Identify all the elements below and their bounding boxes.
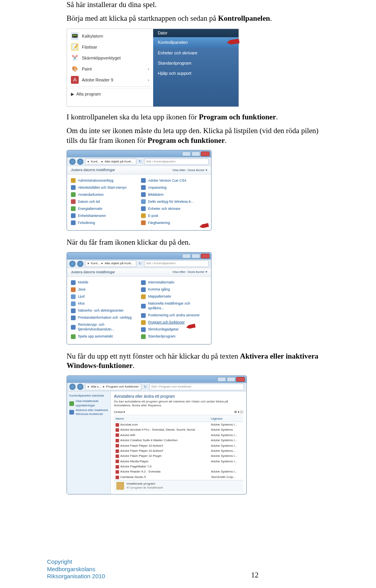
- table-row[interactable]: Adobe Flash Player 10 PluginAdobe System…: [114, 454, 243, 459]
- table-row[interactable]: Adobe Flash Player 10 ActiveXAdobe Syste…: [114, 448, 243, 453]
- table-row[interactable]: Camtasia Studio 5TechSmith Corp...: [114, 474, 243, 480]
- cp-item[interactable]: Skrivbordsgadgetar: [141, 326, 207, 333]
- breadcrumb[interactable]: ▸ Kont... ▸ Alla objekt på Kont...: [85, 260, 136, 267]
- sidebar-title[interactable]: Kontrollpanelen startsida: [69, 394, 108, 398]
- right-item-enheter[interactable]: Enheter och skrivare: [153, 48, 239, 58]
- table-row[interactable]: Adobe Reader 9.2 - SvenskaAdobe Systems …: [114, 469, 243, 474]
- personalize-icon: [141, 185, 146, 190]
- table-row[interactable]: Adobe AIRAdobe Systems I...: [114, 433, 243, 438]
- start-item-kalkylatorn[interactable]: 📟Kalkylatorn: [67, 31, 153, 41]
- cp-item[interactable]: Enheter och skrivare: [141, 205, 207, 212]
- nav-forward-button[interactable]: [77, 159, 83, 165]
- organize-button[interactable]: Ordna ▾: [114, 410, 125, 414]
- maximize-button[interactable]: [227, 377, 235, 382]
- red-arrow-icon: [226, 39, 240, 45]
- right-item-hjalp[interactable]: Hjälp och support: [153, 68, 239, 78]
- cp-item[interactable]: Komma igång: [141, 286, 207, 293]
- table-row[interactable]: Adobe PageMaker 7.0: [114, 464, 243, 469]
- view-dropdown[interactable]: Visa efter: Stora ikoner ▾: [172, 270, 207, 274]
- refresh-icon[interactable]: ↻: [138, 159, 143, 164]
- maximize-button[interactable]: [192, 152, 200, 156]
- cp-item[interactable]: Bildskärm: [141, 191, 207, 198]
- col-publisher[interactable]: Utgivare: [209, 416, 243, 422]
- cp-item[interactable]: E-post: [141, 212, 207, 219]
- user-icon: [71, 192, 76, 197]
- refresh-icon[interactable]: ↻: [143, 385, 148, 390]
- cp-item[interactable]: Felsökning: [71, 219, 137, 226]
- address-bar: ▸ Kont... ▸ Alla objekt på Kont... ↻ Sök…: [67, 260, 211, 268]
- intro-2-post: .: [270, 14, 272, 22]
- cp-item[interactable]: Energialternativ: [71, 205, 137, 212]
- sidebar-link-windows-features[interactable]: Aktivera eller inaktivera Windows-funkti…: [69, 408, 108, 417]
- cp-item[interactable]: Dells verktyg för Wireless-k...: [141, 198, 207, 205]
- nav-back-button[interactable]: [69, 261, 76, 267]
- cp-item[interactable]: Prestandainformation och -verktyg: [71, 314, 137, 321]
- nav-forward-button[interactable]: [77, 384, 83, 390]
- cp-item[interactable]: Mappalternativ: [141, 293, 207, 300]
- p2a-pre: I kontrollpanelen ska du leta upp ikonen…: [67, 113, 199, 121]
- cp-item[interactable]: Java: [71, 286, 137, 293]
- cp-item[interactable]: Enhetshanteraren: [71, 212, 137, 219]
- start-item-skarmklipp[interactable]: ✂️Skärmklippverktyget: [67, 52, 153, 63]
- nav-back-button[interactable]: [69, 384, 76, 390]
- search-input[interactable]: Sök i Kontrollpanelen: [144, 159, 209, 165]
- cp-item[interactable]: Mobile: [71, 279, 137, 286]
- cp-item[interactable]: Ljud: [71, 293, 137, 300]
- network-icon: [71, 308, 76, 313]
- cp-item[interactable]: Aktivitetsfältet och Start-menyn: [71, 184, 137, 191]
- cp-item-program-och-funktioner[interactable]: Program och funktioner: [141, 319, 207, 326]
- programs-main: Avinstallera eller ändra ett program Du …: [111, 391, 246, 494]
- sidebar-link-updates[interactable]: Visa installerade uppdateringar: [69, 399, 108, 408]
- breadcrumb[interactable]: ▸ Alla o... ▸ Program och funktioner: [85, 384, 141, 390]
- programs-icon: [141, 320, 146, 325]
- table-row[interactable]: Acrobat.comAdobe Systems I...: [114, 422, 243, 427]
- start-item-adobe-reader[interactable]: AAdobe Reader 9: [67, 74, 153, 85]
- nav-back-button[interactable]: [69, 159, 76, 165]
- cp-item[interactable]: RemoteApp- och fjärrskrivbordsanslutn...: [71, 321, 137, 333]
- start-item-paint[interactable]: 🎨Paint: [67, 63, 153, 74]
- cp-item[interactable]: Spela upp automatiskt: [71, 333, 137, 340]
- cp-item[interactable]: Standardprogram: [141, 333, 207, 340]
- minimize-button[interactable]: [217, 377, 226, 382]
- copy-l1: Copyright: [47, 558, 105, 566]
- app-icon: [116, 428, 119, 432]
- cp-item[interactable]: Anpassning: [141, 184, 207, 191]
- view-dropdown[interactable]: Visa efter: Stora ikoner ▾: [172, 168, 207, 172]
- all-programs-button[interactable]: ▶Alla program: [67, 88, 153, 99]
- refresh-icon[interactable]: ↻: [138, 262, 143, 266]
- table-row[interactable]: Adobe Flash Player 10 ActiveXAdobe Syste…: [114, 443, 243, 448]
- close-button[interactable]: [201, 152, 210, 156]
- cp-item[interactable]: Användarkonton: [71, 191, 137, 198]
- page-number: 12: [251, 570, 258, 580]
- cp-item[interactable]: Nationella inställningar och språkins...: [141, 300, 207, 312]
- close-button[interactable]: [236, 377, 245, 382]
- cp-item[interactable]: Nätverks- och delningscenter: [71, 307, 137, 314]
- right-item-standardprogram[interactable]: Standardprogram: [153, 58, 239, 68]
- cp-item[interactable]: Adobe Version Cue CS4: [141, 177, 207, 184]
- programs-window: ▸ Alla o... ▸ Program och funktioner ↻ S…: [67, 375, 247, 494]
- cp-item[interactable]: Mus: [71, 300, 137, 307]
- maximize-button[interactable]: [192, 254, 200, 258]
- start-item-fastisar[interactable]: 📝Fästisar: [67, 41, 153, 52]
- cp-item[interactable]: Datum och tid: [71, 198, 137, 205]
- table-row[interactable]: Adobe Media PlayerAdobe Systems I...: [114, 459, 243, 464]
- cp-item[interactable]: Färghantering: [141, 219, 207, 226]
- view-icons[interactable]: ⊞ ▾ ⓘ: [234, 410, 243, 414]
- search-input[interactable]: Sök i Kontrollpanelen: [144, 260, 209, 267]
- breadcrumb[interactable]: ▸ Kont... ▸ Alla objekt på Kont...: [85, 159, 136, 165]
- table-row[interactable]: Adobe Creative Suite 4 Master Collection…: [114, 438, 243, 443]
- search-input[interactable]: Sök i Program och funktioner: [149, 384, 244, 390]
- right-dark-item[interactable]: Dator: [153, 29, 239, 37]
- minimize-button[interactable]: [182, 254, 191, 258]
- table-row[interactable]: Adobe Acrobat 9 Pro - Svenska, Dansk, Su…: [114, 427, 243, 433]
- minimize-button[interactable]: [182, 152, 191, 156]
- cp-col-2: Adobe Version Cue CS4 Anpassning Bildskä…: [141, 177, 207, 226]
- col-name[interactable]: Namn: [114, 416, 209, 422]
- cp-item[interactable]: Positionering och andra sensorer: [141, 312, 207, 319]
- cp-item[interactable]: Internetalternativ: [141, 279, 207, 286]
- right-item-kontrollpanelen[interactable]: Kontrollpanelen: [153, 37, 239, 47]
- nav-forward-button[interactable]: [77, 261, 83, 267]
- cp-item[interactable]: Administrationsverktyg: [71, 177, 137, 184]
- close-button[interactable]: [201, 254, 210, 258]
- power-icon: [71, 206, 76, 211]
